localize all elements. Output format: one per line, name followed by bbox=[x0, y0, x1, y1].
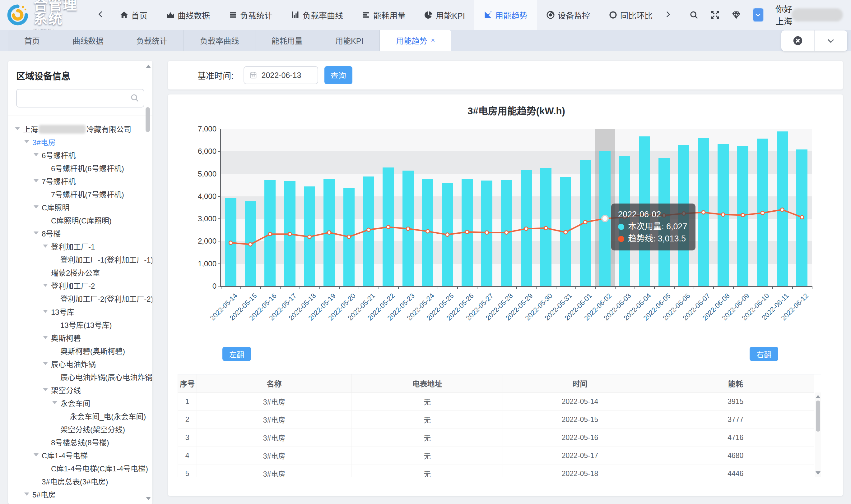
tree-node-3[interactable]: 6号螺杆机(6号螺杆机) bbox=[11, 161, 152, 174]
tab-0[interactable]: 首页 bbox=[8, 30, 56, 51]
nav-scroll-left-icon[interactable] bbox=[97, 10, 105, 20]
bar-2022-05-20[interactable] bbox=[343, 188, 354, 286]
bar-2022-05-28[interactable] bbox=[501, 180, 512, 286]
page-left-button[interactable]: 左翻 bbox=[222, 347, 251, 361]
bar-2022-05-18[interactable] bbox=[304, 186, 315, 286]
tree-node-27[interactable]: 3#电房总表(3#电房) bbox=[11, 474, 152, 488]
caret-down-icon[interactable] bbox=[43, 284, 48, 287]
nav-item-3[interactable]: 负载率曲线 bbox=[282, 0, 352, 30]
scroll-down-icon[interactable] bbox=[816, 471, 820, 475]
bar-2022-06-07[interactable] bbox=[698, 138, 709, 286]
tree-node-10[interactable]: 登利加工厂-1(登利加工厂-1) bbox=[11, 253, 152, 266]
caret-down-icon[interactable] bbox=[24, 140, 29, 143]
bar-2022-05-23[interactable] bbox=[402, 170, 414, 286]
tree-node-4[interactable]: 7号螺杆机 bbox=[11, 174, 152, 187]
bar-2022-05-15[interactable] bbox=[245, 201, 256, 286]
bar-2022-06-09[interactable] bbox=[737, 146, 748, 286]
bar-2022-05-24[interactable] bbox=[422, 179, 433, 286]
tree-node-16[interactable]: 奥斯柯碧 bbox=[11, 331, 152, 344]
tree-node-7[interactable]: C库照明(C库照明) bbox=[11, 214, 152, 227]
tree-node-24[interactable]: 8号楼总线(8号楼) bbox=[11, 435, 152, 448]
nav-item-0[interactable]: 首页 bbox=[110, 0, 157, 30]
nav-item-6[interactable]: 用能趋势 bbox=[474, 0, 537, 30]
nav-item-7[interactable]: 设备监控 bbox=[537, 0, 600, 30]
fullscreen-icon[interactable] bbox=[710, 10, 720, 20]
bar-2022-05-26[interactable] bbox=[462, 179, 473, 286]
page-right-button[interactable]: 右翻 bbox=[750, 347, 778, 361]
tree-node-9[interactable]: 登利加工厂-1 bbox=[11, 239, 152, 253]
caret-down-icon[interactable] bbox=[24, 492, 29, 496]
bar-2022-05-16[interactable] bbox=[264, 180, 276, 286]
tab-3[interactable]: 负载率曲线 bbox=[184, 30, 255, 51]
caret-down-icon[interactable] bbox=[43, 245, 48, 248]
tree-node-5[interactable]: 7号螺杆机(7号螺杆机) bbox=[11, 187, 152, 200]
tree-node-2[interactable]: 6号螺杆机 bbox=[11, 148, 152, 161]
scrollbar-thumb[interactable] bbox=[816, 400, 820, 432]
tree-node-20[interactable]: 架空分线 bbox=[11, 383, 152, 396]
tree-node-21[interactable]: 永会车间 bbox=[11, 396, 152, 409]
tab-1[interactable]: 曲线数据 bbox=[56, 30, 120, 51]
search-icon[interactable] bbox=[689, 10, 699, 20]
tree-node-1[interactable]: 3#电房 bbox=[11, 135, 152, 148]
tree-search-input[interactable] bbox=[16, 89, 144, 108]
caret-down-icon[interactable] bbox=[43, 362, 48, 365]
nav-item-4[interactable]: 能耗用量 bbox=[352, 0, 415, 30]
nav-item-1[interactable]: 曲线数据 bbox=[157, 0, 219, 30]
magnifier-icon[interactable] bbox=[130, 93, 139, 104]
tab-4[interactable]: 能耗用量 bbox=[255, 30, 319, 51]
bar-2022-05-31[interactable] bbox=[560, 177, 571, 286]
gem-icon[interactable] bbox=[732, 10, 741, 20]
bar-2022-06-01[interactable] bbox=[580, 160, 591, 286]
nav-item-2[interactable]: 负载统计 bbox=[219, 0, 282, 30]
table-scrollbar[interactable] bbox=[815, 393, 821, 477]
bar-2022-06-11[interactable] bbox=[777, 131, 788, 286]
bar-2022-06-12[interactable] bbox=[796, 149, 807, 286]
nav-item-5[interactable]: 用能KPI bbox=[415, 0, 474, 30]
scroll-up-icon[interactable] bbox=[146, 65, 151, 68]
tree-node-23[interactable]: 架空分线(架空分线) bbox=[11, 422, 152, 435]
scroll-down-icon[interactable] bbox=[146, 497, 151, 500]
tab-close-icon[interactable]: × bbox=[431, 36, 435, 44]
query-button[interactable]: 查询 bbox=[325, 66, 352, 84]
tree-node-28[interactable]: 5#电房 bbox=[11, 488, 152, 501]
caret-down-icon[interactable] bbox=[43, 310, 48, 313]
tree-node-26[interactable]: C库1-4号电梯(C库1-4号电梯) bbox=[11, 462, 152, 474]
caret-down-icon[interactable] bbox=[34, 153, 38, 156]
tree-node-8[interactable]: 8号楼 bbox=[11, 227, 152, 239]
tree-node-15[interactable]: 13号库(13号库) bbox=[11, 318, 152, 331]
tree-node-18[interactable]: 辰心电油炸锅 bbox=[11, 357, 152, 370]
caret-down-icon[interactable] bbox=[43, 336, 48, 339]
tree-node-12[interactable]: 登利加工厂-2 bbox=[11, 279, 152, 292]
caret-down-icon[interactable] bbox=[34, 453, 38, 456]
tree-node-13[interactable]: 登利加工厂-2(登利加工厂-2) bbox=[11, 292, 152, 305]
tree-node-29[interactable]: 码头总线 bbox=[11, 501, 152, 504]
bar-2022-05-30[interactable] bbox=[540, 168, 552, 286]
tree-node-14[interactable]: 13号库 bbox=[11, 305, 152, 318]
caret-down-icon[interactable] bbox=[43, 388, 48, 391]
caret-down-icon[interactable] bbox=[34, 205, 38, 209]
tree-node-22[interactable]: 永会车间_电(永会车间) bbox=[11, 409, 152, 422]
user-dropdown-button[interactable] bbox=[753, 8, 764, 22]
tab-2[interactable]: 负载统计 bbox=[120, 30, 184, 51]
tree-node-0[interactable]: 上海冷藏有限公司 bbox=[11, 122, 152, 135]
bar-2022-06-02[interactable] bbox=[600, 151, 611, 286]
bar-2022-06-10[interactable] bbox=[757, 139, 768, 286]
tree-node-25[interactable]: C库1-4号电梯 bbox=[11, 448, 152, 462]
tree-node-6[interactable]: C库照明 bbox=[11, 200, 152, 214]
bar-2022-05-22[interactable] bbox=[383, 167, 394, 286]
tree-node-17[interactable]: 奥斯柯碧(奥斯柯碧) bbox=[11, 344, 152, 357]
scrollbar-thumb[interactable] bbox=[145, 107, 150, 132]
bar-2022-05-27[interactable] bbox=[481, 181, 492, 286]
caret-down-icon[interactable] bbox=[52, 401, 57, 404]
bar-2022-05-19[interactable] bbox=[324, 179, 335, 286]
base-date-input[interactable]: 2022-06-13 bbox=[244, 66, 318, 84]
close-all-tabs-icon[interactable] bbox=[781, 31, 815, 51]
tab-6[interactable]: 用能趋势× bbox=[380, 30, 451, 51]
tab-menu-chevron-icon[interactable] bbox=[815, 31, 848, 51]
scroll-up-icon[interactable] bbox=[816, 395, 820, 398]
bar-2022-05-14[interactable] bbox=[225, 198, 237, 286]
bar-2022-05-17[interactable] bbox=[284, 181, 295, 286]
tree-node-19[interactable]: 辰心电油炸锅(辰心电油炸锅) bbox=[11, 370, 152, 383]
bar-2022-05-25[interactable] bbox=[442, 183, 453, 286]
tree-node-11[interactable]: 瑞蒙2楼办公室 bbox=[11, 266, 152, 279]
